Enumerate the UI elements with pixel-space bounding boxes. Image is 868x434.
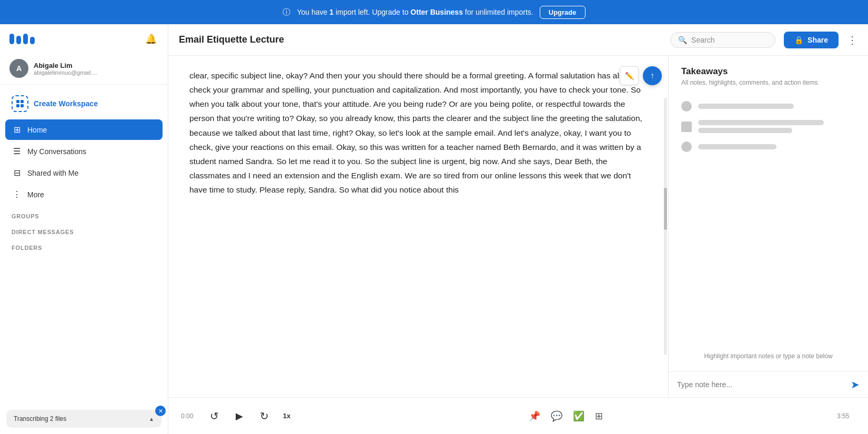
home-icon: ⊞ [12, 125, 22, 135]
nav-item-my-conversations[interactable]: ☰ My Conversations [5, 141, 163, 162]
header-right: 🔍 Search 🔒 Share ⋮ [670, 32, 857, 48]
more-options-icon[interactable]: ⋮ [847, 34, 857, 46]
player-bar: 0:00 ↺ ▶ ↻ 1x 📌 💬 ✅ ⊞ 3:55 [168, 397, 868, 434]
takeaways-body [669, 93, 868, 346]
create-workspace-button[interactable]: Create Workspace [5, 90, 163, 117]
otter-logo [9, 32, 41, 46]
bookmark-button[interactable]: 📌 [529, 410, 540, 422]
nav-item-more[interactable]: ⋮ More [5, 184, 163, 205]
note-input-area: ➤ [669, 371, 868, 397]
sidebar: 🔔 A Abigale Lim abigalelimmuo@gmail.... [0, 24, 168, 434]
avatar: A [9, 59, 28, 78]
takeaways-title: Takeaways [681, 66, 855, 77]
conversations-icon: ☰ [12, 146, 22, 156]
close-transcribing-button[interactable]: ✕ [155, 406, 166, 416]
pin-placeholder-icon [681, 101, 692, 112]
total-time: 3:55 [837, 412, 855, 420]
folders-label: FOLDERS [5, 237, 163, 253]
groups-label: GROUPS [5, 206, 163, 221]
send-icon: ➤ [851, 378, 860, 391]
page-title: Email Etiquette Lecture [179, 34, 284, 45]
takeaway-line-2b [698, 128, 792, 133]
forward-button[interactable]: ↻ [258, 408, 271, 425]
share-button[interactable]: 🔒 Share [784, 32, 839, 48]
note-send-button[interactable]: ➤ [851, 378, 860, 391]
sidebar-header: 🔔 [0, 24, 168, 54]
svg-rect-7 [21, 104, 24, 107]
takeaway-line-2a [698, 120, 824, 125]
nav-label-home: Home [27, 126, 47, 134]
search-box[interactable]: 🔍 Search [670, 32, 775, 48]
takeaway-placeholder-2 [681, 120, 855, 133]
content-header: Email Etiquette Lecture 🔍 Search 🔒 Share… [168, 24, 868, 56]
search-icon: 🔍 [678, 36, 687, 44]
takeaways-panel: Takeaways All notes, highlights, comment… [668, 56, 868, 397]
takeaway-placeholder-3 [681, 142, 855, 152]
user-name: Abigale Lim [34, 62, 97, 69]
svg-rect-1 [16, 36, 21, 44]
svg-rect-2 [23, 34, 28, 44]
direct-messages-label: DIRECT MESSAGES [5, 221, 163, 237]
nav-label-shared: Shared with Me [27, 169, 78, 177]
svg-rect-0 [9, 34, 14, 44]
scrollbar-thumb[interactable] [664, 188, 667, 230]
svg-rect-6 [16, 104, 19, 107]
create-workspace-icon [12, 95, 28, 112]
expand-arrow-icon: ▲ [149, 416, 154, 422]
takeaways-subtitle: All notes, highlights, comments, and act… [681, 79, 855, 86]
rewind-button[interactable]: ↺ [208, 408, 221, 425]
upgrade-banner: ⓘ You have 1 import left. Upgrade to Ott… [0, 0, 868, 24]
action-placeholder-icon [681, 142, 692, 152]
takeaway-line-1 [698, 104, 794, 109]
note-input[interactable] [677, 380, 845, 389]
edit-button[interactable]: ✏️ [620, 66, 639, 85]
content-panels: clear, specific subject line, okay? And … [168, 56, 868, 397]
bell-icon[interactable]: 🔔 [144, 32, 158, 46]
scroll-up-button[interactable]: ↑ [643, 66, 662, 85]
nav-section: Create Workspace ⊞ Home ☰ My Conversatio… [0, 85, 168, 258]
main-layout: 🔔 A Abigale Lim abigalelimmuo@gmail.... [0, 24, 868, 434]
nav-item-shared-with-me[interactable]: ⊟ Shared with Me [5, 163, 163, 183]
grid-icon [16, 99, 24, 108]
comment-button[interactable]: 💬 [551, 410, 562, 422]
takeaways-header: Takeaways All notes, highlights, comment… [669, 56, 868, 93]
transcript-text: clear, specific subject line, okay? And … [189, 68, 647, 197]
comment-placeholder-icon [681, 122, 692, 132]
transcribing-bar: Transcribing 2 files ▲ ✕ [6, 410, 162, 428]
user-info: Abigale Lim abigalelimmuo@gmail.... [34, 62, 97, 76]
scrollbar-track [664, 98, 667, 355]
more-icon: ⋮ [12, 189, 22, 199]
banner-text: You have 1 import left. Upgrade to Otter… [297, 8, 533, 16]
info-icon: ⓘ [282, 7, 290, 17]
user-email: abigalelimmuo@gmail.... [34, 69, 97, 76]
player-actions: 📌 💬 ✅ ⊞ [529, 410, 603, 422]
play-button[interactable]: ▶ [229, 406, 249, 426]
takeaway-line-3 [698, 144, 776, 149]
svg-rect-4 [16, 100, 19, 103]
current-time: 0:00 [181, 412, 199, 420]
lock-icon: 🔒 [794, 36, 803, 44]
upgrade-button[interactable]: Upgrade [540, 6, 586, 19]
takeaway-lines-2 [698, 120, 855, 133]
transcript-panel: clear, specific subject line, okay? And … [168, 56, 668, 397]
screenshot-button[interactable]: ⊞ [595, 410, 603, 422]
speed-button[interactable]: 1x [279, 412, 294, 420]
user-section[interactable]: A Abigale Lim abigalelimmuo@gmail.... [0, 54, 168, 85]
takeaway-placeholder-1 [681, 101, 855, 112]
content-area: Email Etiquette Lecture 🔍 Search 🔒 Share… [168, 24, 868, 434]
transcribing-label: Transcribing 2 files [14, 415, 66, 422]
action-item-button[interactable]: ✅ [573, 410, 584, 422]
svg-rect-3 [30, 37, 35, 44]
nav-label-conversations: My Conversations [27, 147, 86, 156]
create-workspace-label: Create Workspace [34, 99, 98, 108]
logo-svg [9, 32, 41, 46]
share-label: Share [808, 36, 828, 44]
takeaways-hint: Highlight important notes or type a note… [669, 346, 868, 371]
nav-item-home[interactable]: ⊞ Home [5, 119, 163, 140]
search-placeholder: Search [691, 36, 714, 44]
svg-rect-5 [21, 100, 24, 103]
nav-label-more: More [27, 190, 44, 199]
shared-icon: ⊟ [12, 168, 22, 178]
